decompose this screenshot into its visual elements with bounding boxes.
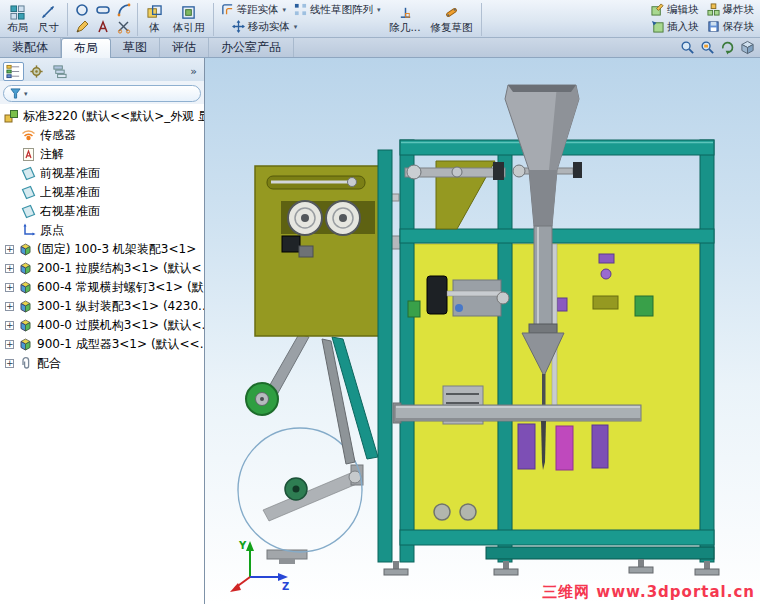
- tab-office-products[interactable]: 办公室产品: [209, 38, 294, 57]
- save-block-icon: [707, 20, 720, 33]
- circle-tool-icon[interactable]: [75, 3, 89, 17]
- solidworks-window: 布局 尺寸 体 体引用 等距实体▾: [0, 0, 760, 604]
- tree-item-component-100-3[interactable]: + (固定) 100-3 机架装配3<1>: [0, 240, 204, 259]
- featuremanager-tree-icon: [6, 64, 21, 79]
- tree-item-component-300-1[interactable]: + 300-1 纵封装配3<1> (4230...: [0, 297, 204, 316]
- tree-item-label: (固定) 100-3 机架装配3<1>: [37, 241, 196, 258]
- insert-block-button[interactable]: 插入块: [647, 18, 703, 35]
- trim-tool-icon[interactable]: [117, 20, 131, 34]
- display-delete-relations-button[interactable]: 除几...: [385, 0, 426, 37]
- toolbar-separator: [213, 3, 214, 36]
- tree-item-front-plane[interactable]: 前视基准面: [0, 164, 204, 183]
- convert-entities-label: 体: [149, 21, 160, 35]
- tab-assembly[interactable]: 装配体: [0, 38, 61, 57]
- explode-block-button[interactable]: 爆炸块: [703, 1, 759, 18]
- expand-plus-icon[interactable]: +: [5, 264, 14, 273]
- filter-funnel-icon: [10, 88, 21, 99]
- tree-item-label: 300-1 纵封装配3<1> (4230...: [37, 298, 204, 315]
- tab-layout[interactable]: 布局: [61, 38, 111, 58]
- chevron-down-icon: ▾: [24, 90, 28, 98]
- slot-tool-icon[interactable]: [96, 3, 110, 17]
- layout-button[interactable]: 布局: [2, 0, 33, 37]
- offset-entities-button[interactable]: 等距实体▾: [217, 1, 291, 18]
- film-guide-arms[interactable]: [246, 334, 378, 464]
- move-entities-label: 移动实体: [248, 20, 290, 34]
- expand-plus-icon[interactable]: +: [5, 359, 14, 368]
- tree-item-sensors[interactable]: 传感器: [0, 126, 204, 145]
- coordinate-triad: Y Z: [230, 540, 289, 592]
- component-icon: [18, 299, 33, 314]
- entity-reference-icon: [180, 5, 197, 20]
- zoom-area-icon[interactable]: [700, 40, 715, 55]
- linear-sketch-pattern-button[interactable]: 线性草图阵列▾: [290, 1, 385, 18]
- blocks-group-1: 编辑块 插入块: [647, 0, 703, 37]
- tab-evaluate[interactable]: 评估: [160, 38, 209, 57]
- configurationmanager-tab[interactable]: [49, 62, 70, 81]
- repair-sketch-button[interactable]: 修复草图: [426, 0, 478, 37]
- text-tool-icon[interactable]: [96, 20, 110, 34]
- tree-item-origin[interactable]: 原点: [0, 221, 204, 240]
- plane-icon: [21, 204, 36, 219]
- expand-plus-icon[interactable]: +: [5, 321, 14, 330]
- watermark-text: 三维网 www.3dportal.cn: [542, 583, 755, 602]
- tree-item-mates[interactable]: + 配合: [0, 354, 204, 373]
- tree-item-label: 上视基准面: [40, 184, 100, 201]
- display-style-icon[interactable]: [740, 40, 755, 55]
- insert-block-label: 插入块: [667, 20, 699, 34]
- blocks-group-2: 爆炸块 保存块: [703, 0, 759, 37]
- linear-pattern-icon: [294, 3, 307, 16]
- chevron-down-icon: ▾: [294, 23, 298, 31]
- tree-item-component-400-0[interactable]: + 400-0 过膜机构3<1> (默认<...: [0, 316, 204, 335]
- sketch-modify-group: 等距实体▾ 线性草图阵列▾ . 移动实体▾: [217, 0, 385, 37]
- relations-icon: [397, 5, 414, 20]
- tree-filter-bar[interactable]: ▾: [3, 85, 201, 102]
- chevron-down-icon: ▾: [377, 6, 381, 14]
- propertymanager-tab[interactable]: [26, 62, 47, 81]
- leveling-feet[interactable]: [384, 559, 719, 575]
- edit-block-button[interactable]: 编辑块: [647, 1, 703, 18]
- save-block-button[interactable]: 保存块: [703, 18, 759, 35]
- arc-tool-icon[interactable]: [117, 3, 131, 17]
- repair-sketch-label: 修复草图: [431, 21, 473, 35]
- graphics-viewport[interactable]: Y Z 三维网 www.3dportal.cn: [205, 58, 760, 604]
- expand-plus-icon[interactable]: +: [5, 283, 14, 292]
- tree-item-component-600-4[interactable]: + 600-4 常规横封螺钉3<1> (默...: [0, 278, 204, 297]
- convert-entities-button[interactable]: 体: [141, 0, 168, 37]
- toolbar-separator: [67, 3, 68, 36]
- featuremanager-tree-tab[interactable]: [3, 62, 24, 81]
- panel-tab-strip: »: [0, 58, 204, 81]
- linear-pattern-label: 线性草图阵列: [310, 3, 373, 17]
- tree-item-label: 600-4 常规横封螺钉3<1> (默...: [37, 279, 204, 296]
- tree-item-label: 前视基准面: [40, 165, 100, 182]
- tree-item-component-200-1[interactable]: + 200-1 拉膜结构3<1> (默认<: [0, 259, 204, 278]
- tree-item-annotations[interactable]: 注解: [0, 145, 204, 164]
- rotate-view-icon[interactable]: [720, 40, 735, 55]
- tree-item-top-plane[interactable]: 上视基准面: [0, 183, 204, 202]
- toolbar-separator: [137, 3, 138, 36]
- move-entities-button[interactable]: 移动实体▾: [228, 18, 302, 35]
- panel-flyout-icon[interactable]: »: [190, 65, 201, 78]
- axis-z-label: Z: [282, 581, 289, 592]
- edit-block-icon: [651, 3, 664, 16]
- component-icon: [18, 280, 33, 295]
- plane-icon: [21, 166, 36, 181]
- tree-item-right-plane[interactable]: 右视基准面: [0, 202, 204, 221]
- mates-paperclip-icon: [18, 356, 33, 371]
- entity-reference-button[interactable]: 体引用: [168, 0, 210, 37]
- machine-model[interactable]: Y Z: [205, 58, 760, 604]
- propertymanager-icon: [29, 64, 44, 79]
- move-entities-icon: [232, 20, 245, 33]
- smart-dimension-button[interactable]: 尺寸: [33, 0, 64, 37]
- expand-plus-icon[interactable]: +: [5, 302, 14, 311]
- configurationmanager-icon: [52, 64, 67, 79]
- zoom-to-fit-icon[interactable]: [680, 40, 695, 55]
- expand-plus-icon[interactable]: +: [5, 340, 14, 349]
- tab-sketch[interactable]: 草图: [111, 38, 160, 57]
- pencil-tool-icon[interactable]: [75, 20, 89, 34]
- expand-plus-icon[interactable]: +: [5, 245, 14, 254]
- save-block-label: 保存块: [723, 20, 755, 34]
- tree-item-component-900-1[interactable]: + 900-1 成型器3<1> (默认<<...: [0, 335, 204, 354]
- view-tools-cluster: [680, 38, 760, 57]
- assembly-icon: [4, 109, 19, 124]
- tree-item-assembly-root[interactable]: 标准3220 (默认<<默认>_外观 显: [0, 107, 204, 126]
